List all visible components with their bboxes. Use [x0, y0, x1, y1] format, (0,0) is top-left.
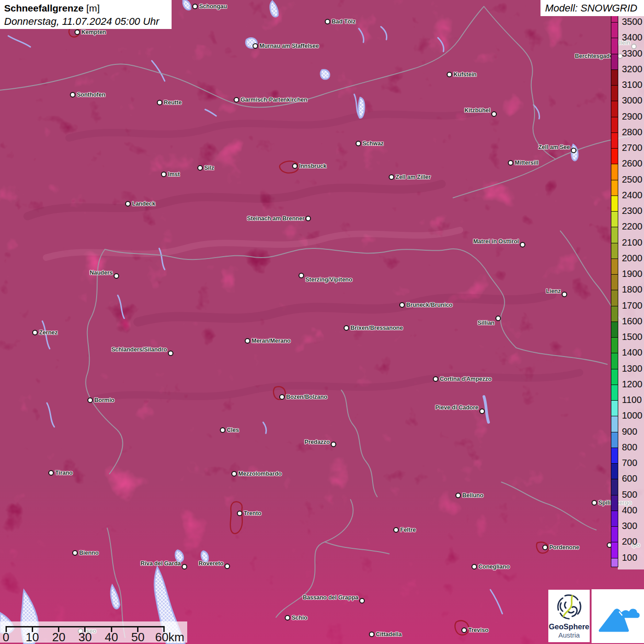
map-canvas: [0, 0, 644, 644]
lake-achensee: [358, 98, 364, 118]
terrain-layer: [0, 0, 644, 644]
weather-map-product: SchongauBad TölzKemptenMurnau am Staffel…: [0, 0, 644, 644]
lake-staffelsee: [246, 38, 257, 48]
